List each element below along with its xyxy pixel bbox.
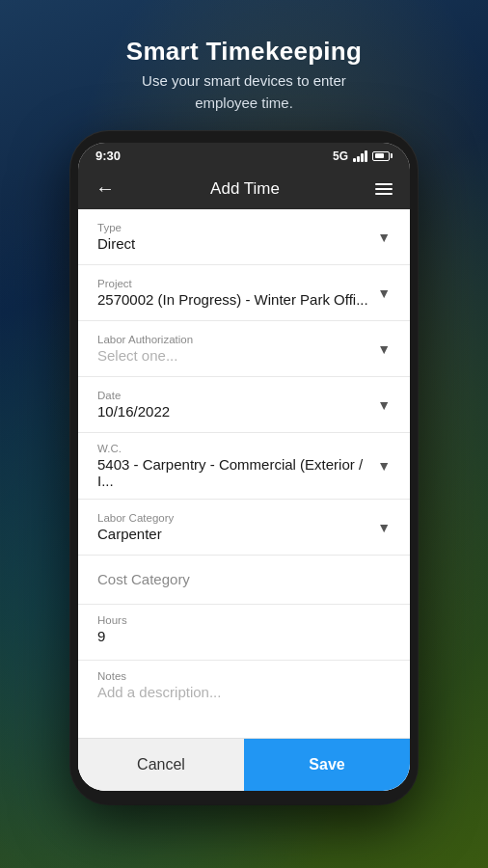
labor-auth-placeholder: Select one...	[97, 347, 369, 364]
status-time: 9:30	[95, 149, 121, 163]
notes-placeholder: Add a description...	[97, 684, 391, 700]
labor-category-label: Labor Category	[97, 512, 369, 524]
nav-title: Add Time	[210, 179, 280, 199]
type-value: Direct	[97, 235, 369, 252]
type-label: Type	[97, 222, 369, 233]
cancel-button[interactable]: Cancel	[78, 739, 244, 791]
phone-screen: 9:30 5G	[78, 143, 410, 791]
hours-value: 9	[97, 628, 391, 644]
project-chevron-icon: ▼	[377, 285, 391, 301]
signal-bars-icon	[353, 150, 367, 162]
date-value: 10/16/2022	[97, 403, 369, 420]
date-label: Date	[97, 390, 369, 401]
wc-field[interactable]: W.C. 5403 - Carpentry - Commercial (Exte…	[78, 433, 410, 500]
bottom-buttons: Cancel Save	[78, 738, 410, 791]
wc-chevron-icon: ▼	[377, 458, 391, 474]
project-value: 2570002 (In Progress) - Winter Park Offi…	[97, 291, 369, 308]
date-field[interactable]: Date 10/16/2022 ▼	[78, 377, 410, 433]
labor-auth-field[interactable]: Labor Authorization Select one... ▼	[78, 321, 410, 377]
cost-category-field[interactable]: Cost Category	[78, 556, 410, 605]
type-chevron-icon: ▼	[377, 230, 391, 245]
battery-icon	[372, 151, 393, 161]
save-button[interactable]: Save	[244, 739, 410, 791]
project-field[interactable]: Project 2570002 (In Progress) - Winter P…	[78, 265, 410, 321]
labor-auth-label: Labor Authorization	[97, 334, 369, 345]
labor-category-value: Carpenter	[97, 526, 369, 542]
wc-label: W.C.	[97, 443, 369, 454]
menu-button[interactable]	[375, 183, 393, 195]
header-title: Smart Timekeeping	[0, 37, 488, 67]
phone: 9:30 5G	[70, 131, 418, 804]
project-label: Project	[97, 278, 369, 289]
cost-category-label: Cost Category	[97, 571, 190, 587]
phone-container: 9:30 5G	[0, 131, 488, 804]
back-button[interactable]: ←	[95, 177, 115, 200]
labor-category-chevron-icon: ▼	[377, 520, 391, 535]
hours-field[interactable]: Hours 9	[78, 605, 410, 661]
notes-field[interactable]: Notes Add a description...	[78, 661, 410, 738]
wc-value: 5403 - Carpentry - Commercial (Exterior …	[97, 456, 369, 489]
status-bar: 9:30 5G	[78, 143, 410, 168]
header-section: Smart Timekeeping Use your smart devices…	[0, 0, 488, 131]
form-area: Type Direct ▼ Project 2570002 (In Progre…	[78, 209, 410, 738]
nav-bar: ← Add Time	[78, 168, 410, 209]
network-label: 5G	[333, 149, 348, 163]
notes-label: Notes	[97, 670, 391, 682]
status-icons: 5G	[333, 149, 393, 163]
labor-category-field[interactable]: Labor Category Carpenter ▼	[78, 500, 410, 556]
labor-auth-chevron-icon: ▼	[377, 341, 391, 357]
date-chevron-icon: ▼	[377, 397, 391, 413]
header-subtitle: Use your smart devices to enteremployee …	[0, 70, 488, 114]
type-field[interactable]: Type Direct ▼	[78, 209, 410, 265]
hours-label: Hours	[97, 614, 391, 626]
